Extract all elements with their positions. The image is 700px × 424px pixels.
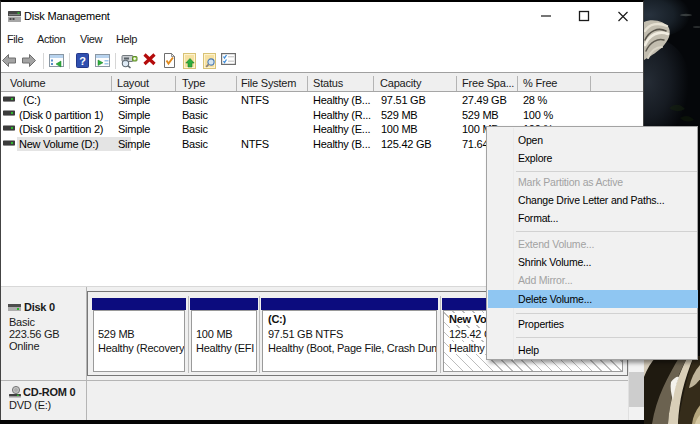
svg-text:?: ? [79, 55, 86, 67]
